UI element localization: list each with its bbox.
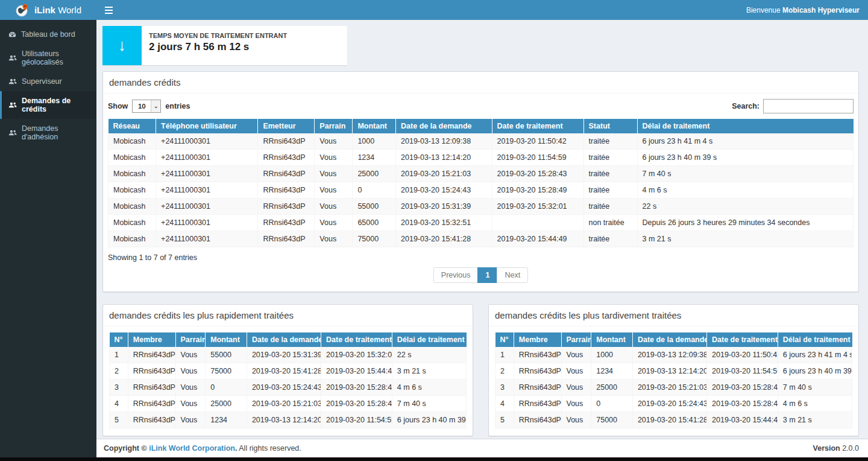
table-cell: +24111000301 (156, 231, 258, 247)
search-input[interactable] (763, 99, 854, 113)
footer: Copyright © iLink World Corporation. All… (96, 439, 868, 457)
company-link[interactable]: iLink World Corporation (149, 444, 235, 453)
sidebar-item-label: Demandes d'adhésion (22, 124, 92, 141)
table-row: 3RRnsi643dPVous02019-03-20 15:24:432019-… (110, 380, 467, 396)
table-cell: 1234 (206, 412, 247, 428)
column-header: Montant (591, 332, 633, 347)
column-header: Membre (128, 332, 175, 347)
next-page-button[interactable]: Next (497, 267, 528, 283)
table-cell: 2019-03-20 15:44:49 (321, 363, 392, 380)
table-cell: Vous (175, 396, 206, 412)
hamburger-menu-icon[interactable] (105, 0, 123, 20)
table-cell: 2019-03-20 15:31:39 (247, 347, 321, 363)
table-cell: 1234 (591, 363, 633, 380)
sidebar-item-demandes-de-credits[interactable]: Demandes de crédits (0, 91, 96, 119)
page-1-button[interactable]: 1 (477, 267, 497, 283)
table-cell: 25000 (206, 396, 247, 412)
sidebar-item-demandes-adhesion[interactable]: Demandes d'adhésion (0, 119, 96, 147)
table-cell: 1000 (591, 347, 633, 363)
table-cell: 55000 (206, 347, 247, 363)
table-cell: Vous (175, 347, 206, 363)
table-cell: RRnsi643dP (258, 231, 315, 247)
table-cell: traitée (583, 231, 637, 247)
table-cell: 2019-03-13 12:14:20 (632, 363, 706, 380)
credits-requests-panel: demandes crédits Show 10 ⌄ entries Searc… (102, 71, 859, 292)
table-cell: 4 (110, 396, 128, 412)
sidebar-item-superviseur[interactable]: Superviseur (0, 72, 96, 91)
fastest-processed-panel: demandes crédits les plus rapidement tra… (102, 304, 473, 436)
table-cell: 2019-03-20 15:31:39 (396, 199, 492, 215)
table-cell: Vous (561, 347, 591, 363)
table-cell: 75000 (353, 231, 396, 247)
column-header: Date de traitement (321, 332, 392, 347)
column-header: N° (110, 332, 128, 347)
table-cell: Vous (315, 199, 353, 215)
copyright-text: Copyright © iLink World Corporation. All… (104, 444, 301, 453)
table-cell: 6 jours 23 h 41 m 4 s (637, 133, 854, 150)
table-cell: +24111000301 (156, 166, 258, 182)
table-cell: +24111000301 (156, 150, 258, 166)
sidebar-item-label: Demandes de crédits (22, 97, 92, 113)
table-cell: Vous (315, 231, 353, 247)
table-row: Mobicash+24111000301RRnsi643dPVous250002… (108, 166, 854, 182)
table-cell: 2019-03-20 15:28:49 (321, 380, 392, 396)
welcome-text: Bienvenue Mobicash Hyperviseur (746, 6, 860, 14)
table-cell: Mobicash (108, 150, 156, 166)
infobox-label: TEMPS MOYEN DE TRAITEMENT ENTRANT (149, 32, 287, 39)
table-cell: 75000 (591, 412, 633, 428)
table-cell: RRnsi643dP (128, 412, 175, 428)
table-cell: Vous (175, 412, 206, 428)
sidebar-item-utilisateurs-geolocalises[interactable]: Utilisateurs géolocalisés (0, 44, 96, 72)
search-label: Search: (732, 102, 760, 110)
column-header: Date de la demande (396, 119, 492, 133)
table-cell: 2019-03-20 15:24:43 (247, 380, 321, 396)
table-cell: 2019-03-20 15:28:49 (492, 182, 583, 199)
table-cell: 25000 (353, 166, 396, 182)
slowest-processed-panel: demandes crédits les plus tardivement tr… (488, 304, 859, 436)
table-cell: 2019-03-20 15:41:28 (396, 231, 492, 247)
table-cell: 2019-03-13 12:14:20 (396, 150, 492, 166)
table-row: 2RRnsi643dPVous750002019-03-20 15:41:282… (110, 363, 467, 380)
sidebar-nav: Tableau de bord Utilisateurs géolocalisé… (0, 20, 96, 147)
table-cell: Vous (315, 182, 353, 199)
table-cell: 2019-03-20 15:41:28 (247, 363, 321, 380)
table-cell: RRnsi643dP (258, 199, 315, 215)
table-row: 3RRnsi643dPVous250002019-03-20 15:21:032… (495, 380, 852, 396)
table-cell: 2019-03-20 15:21:03 (632, 380, 706, 396)
table-cell: Mobicash (108, 166, 156, 182)
table-cell: traitée (583, 133, 637, 150)
page-length-select[interactable]: 10 ⌄ (132, 100, 161, 113)
table-row: 5RRnsi643dPVous12342019-03-13 12:14:2020… (110, 412, 467, 428)
table-cell: 1234 (353, 150, 396, 166)
table-cell: Vous (315, 166, 353, 182)
panel-title: demandes crédits les plus tardivement tr… (489, 305, 858, 326)
table-cell: RRnsi643dP (258, 166, 315, 182)
table-cell: 22 s (637, 199, 854, 215)
table-cell: 4 (495, 396, 514, 412)
fastest-processed-table: N°MembreParrainMontantDate de la demande… (109, 332, 467, 428)
column-header: Délai de traitement (778, 332, 852, 347)
table-cell: 1 (110, 347, 128, 363)
table-cell: 5 (495, 412, 514, 428)
brand-logo[interactable]: iLink World (0, 0, 96, 20)
table-cell: Vous (561, 396, 591, 412)
table-row: Mobicash+24111000301RRnsi643dPVous550002… (108, 199, 854, 215)
table-row: Mobicash+24111000301RRnsi643dPVous750002… (108, 231, 854, 247)
globe-pin-icon (15, 3, 30, 17)
table-row: Mobicash+24111000301RRnsi643dPVous100020… (108, 133, 854, 150)
table-cell: 5 (110, 412, 128, 428)
bottom-strip (0, 457, 868, 461)
sidebar-item-tableau-de-bord[interactable]: Tableau de bord (0, 25, 96, 44)
table-cell: 1 (495, 347, 514, 363)
entries-label: entries (165, 102, 190, 110)
table-cell: RRnsi643dP (128, 396, 175, 412)
table-cell: 2019-03-20 11:54:59 (707, 363, 778, 380)
sidebar: iLink World Tableau de bord Utilisateurs… (0, 0, 96, 457)
table-cell: RRnsi643dP (258, 133, 315, 150)
previous-page-button[interactable]: Previous (433, 267, 479, 283)
table-cell: 22 s (392, 347, 466, 363)
table-cell: 2 (495, 363, 514, 380)
table-cell: 3 m 21 s (392, 363, 466, 380)
table-cell: Mobicash (108, 199, 156, 215)
column-header: Montant (353, 119, 396, 133)
